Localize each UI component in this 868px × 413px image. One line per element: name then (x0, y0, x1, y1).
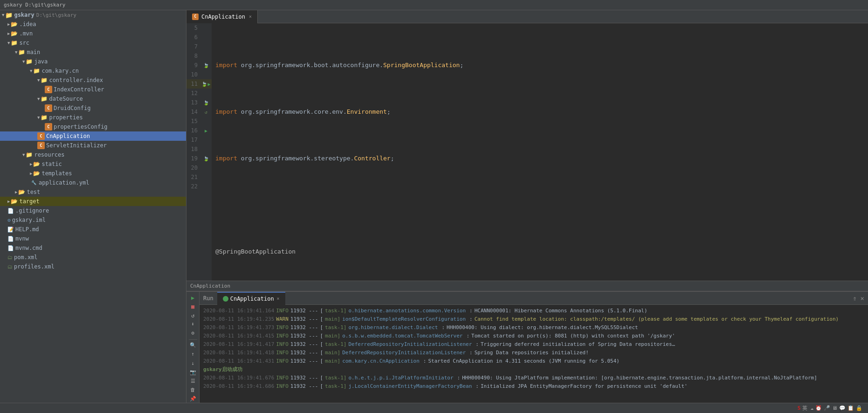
chevron-icon: ▼ (22, 59, 25, 64)
line-num-5: 5 (186, 23, 200, 33)
sidebar-item-cn-application[interactable]: C CnApplication (0, 131, 186, 141)
gutter-line-19: 19 🍃 (186, 154, 212, 163)
run-icon[interactable]: ▶ (207, 82, 210, 87)
tab-close-icon[interactable]: × (277, 296, 280, 301)
chevron-icon: ▼ (15, 50, 17, 55)
line-numbers-panel: 5 6 7 (186, 23, 212, 281)
line-num-18: 18 (186, 146, 200, 152)
java-file-icon: C (45, 104, 52, 112)
up-btn[interactable]: ↑ (188, 350, 198, 358)
sidebar-item-src[interactable]: ▼ 📁 src (0, 38, 186, 48)
sidebar-item-label: DruidConfig (54, 105, 90, 111)
sidebar-item-java[interactable]: ▼ 📁 java (0, 57, 186, 66)
leaf-icon: 🍃 (201, 82, 207, 87)
sidebar-item-properties-config[interactable]: C propertiesConfig (0, 122, 186, 131)
layout-btn[interactable]: ☰ (188, 377, 198, 385)
code-editor[interactable]: 5 6 7 (186, 23, 868, 281)
tab-run[interactable]: Run (200, 292, 217, 305)
line-num-13: 13 (186, 99, 200, 106)
sidebar-item-pom[interactable]: 🗂 pom.xml (0, 253, 186, 262)
editor-tab-cn-application[interactable]: C CnApplication × (186, 10, 258, 23)
sidebar-root-path: D:\git\gskary (36, 12, 76, 18)
tab-cn-application[interactable]: CnApplication × (217, 292, 285, 305)
down-btn[interactable]: ↓ (188, 359, 198, 367)
sidebar-item-label: target (19, 198, 39, 205)
sidebar-item-controller[interactable]: ▼ 📁 controller.index (0, 76, 186, 85)
sidebar-item-application-yml[interactable]: 🔧 application.yml (0, 178, 186, 187)
gutter-line-6: 6 (186, 33, 212, 42)
sidebar-item-iml[interactable]: ⚙ gskary.iml (0, 215, 186, 225)
gutter-19: 🍃 (200, 156, 212, 161)
stop-btn[interactable]: ■ (188, 303, 198, 310)
sidebar-item-com-kary[interactable]: ▼ 📁 com.kary.cn (0, 66, 186, 76)
sidebar-item-label: controller.index (49, 77, 103, 83)
sidebar-item-idea[interactable]: ▶ 📂 .idea (0, 20, 186, 29)
sidebar-item-mvnw-cmd[interactable]: 📄 mvnw.cmd (0, 243, 186, 253)
tab-close-icon[interactable]: × (249, 14, 252, 19)
log-line-1: 2020-08-11 16:19:41.164 INFO 11932 --- [… (203, 307, 864, 315)
status-monitor: 🖥 (832, 405, 837, 411)
sidebar-item-mvnw[interactable]: 📄 mvnw (0, 234, 186, 243)
sidebar-item-index-controller[interactable]: C IndexController (0, 85, 186, 94)
sidebar-item-label: resources (34, 151, 64, 158)
clear-btn[interactable]: 🗑 (188, 386, 198, 394)
chevron-icon: ▶ (30, 162, 32, 166)
sidebar-item-datasource[interactable]: ▼ 📁 dateSource (0, 94, 186, 103)
sidebar-item-label: static (41, 161, 62, 167)
gutter-line-7: 7 (186, 42, 212, 51)
sidebar-item-templates[interactable]: ▶ 📂 templates (0, 169, 186, 178)
md-icon: 📝 (7, 227, 14, 233)
editor-footer: CnApplication (186, 281, 868, 291)
main-content: ▼ 📁 gskary D:\git\gskary ▶ 📂 .idea ▶ 📂 .… (0, 10, 868, 403)
sidebar-item-properties[interactable]: ▼ 📁 properties (0, 113, 186, 122)
gutter-line-20: 20 (186, 163, 212, 172)
sidebar-item-label: properties (49, 114, 83, 121)
run-toolbar: ▶ ■ ↺ ⬇ ⚙ 🔍 ↑ ↓ 📷 ☰ 🗑 📌 (186, 292, 200, 403)
sidebar-item-label: pom.xml (14, 254, 38, 261)
sidebar-item-main[interactable]: ▼ 📁 main (0, 48, 186, 57)
sidebar-item-test[interactable]: ▶ 📂 test (0, 187, 186, 197)
gutter-line-10: 10 (186, 70, 212, 79)
sidebar-item-gitignore[interactable]: 📄 .gitignore (0, 206, 186, 215)
tab-label: CnApplication (201, 14, 245, 20)
settings-btn[interactable]: ⚙ (188, 329, 198, 337)
bottom-tabs: Run CnApplication × ⇑ × (200, 292, 868, 305)
sidebar-item-druid[interactable]: C DruidConfig (0, 103, 186, 113)
line-num-9: 9 (186, 62, 200, 69)
filter-btn[interactable]: 🔍 (188, 341, 198, 349)
sidebar-item-label: gskary.iml (12, 217, 46, 223)
rerun-btn[interactable]: ↺ (188, 311, 198, 319)
line-num-7: 7 (186, 43, 200, 50)
chevron-icon: ▼ (37, 78, 40, 83)
sidebar-item-mvn[interactable]: ▶ 📂 .mvn (0, 29, 186, 38)
divider (189, 339, 197, 340)
chevron-icon: ▼ (30, 69, 32, 73)
folder-icon: 📂 (33, 161, 40, 167)
sidebar-item-label: application.yml (39, 179, 89, 186)
sidebar-item-profiles[interactable]: 🗂 profiles.xml (0, 262, 186, 271)
iml-icon: ⚙ (7, 217, 11, 223)
camera-btn[interactable]: 📷 (188, 368, 198, 376)
line-num-17: 17 (186, 137, 200, 143)
chevron-icon: ▼ (37, 96, 40, 101)
pin-btn[interactable]: 📌 (188, 395, 198, 403)
code-lines[interactable]: import org.springframework.boot.autoconf… (212, 23, 868, 281)
sidebar-item-static[interactable]: ▶ 📂 static (0, 159, 186, 169)
gutter-11: 🍃 ▶ (200, 82, 212, 87)
gutter-14: ↺ (200, 110, 212, 115)
scroll-end-btn[interactable]: ⬇ (188, 320, 198, 328)
sidebar-root-label: gskary (14, 12, 34, 18)
run-btn[interactable]: ▶ (188, 294, 198, 302)
gutter-9: 🍃 (200, 63, 212, 68)
sidebar-item-target[interactable]: ▶ 📂 target (0, 197, 186, 206)
log-content[interactable]: 2020-08-11 16:19:41.164 INFO 11932 --- [… (200, 305, 868, 403)
line-num-10: 10 (186, 71, 200, 78)
sidebar-item-servlet[interactable]: C ServletInitializer (0, 141, 186, 150)
chevron-icon: ▼ (37, 115, 40, 120)
file-icon: 📄 (7, 208, 14, 214)
maximize-btn[interactable]: ⇑ (853, 295, 856, 302)
close-panel-btn[interactable]: × (861, 295, 864, 302)
sidebar-item-help[interactable]: 📝 HELP.md (0, 225, 186, 234)
sidebar-item-root[interactable]: ▼ 📁 gskary D:\git\gskary (0, 10, 186, 20)
sidebar-item-resources[interactable]: ▼ 📁 resources (0, 150, 186, 159)
